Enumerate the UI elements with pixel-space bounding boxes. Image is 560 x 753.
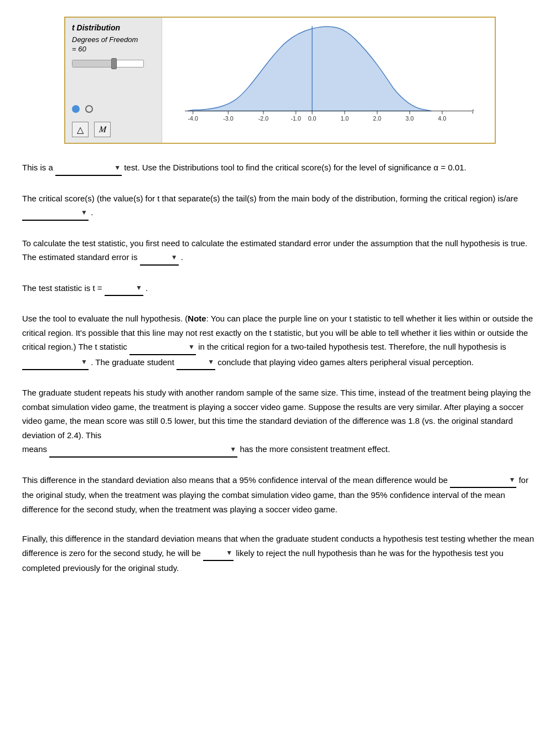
null-hypothesis-value xyxy=(22,355,48,370)
p6-means-before: means xyxy=(22,444,47,454)
slider-fill xyxy=(72,60,115,67)
likely-arrow: ▼ xyxy=(226,547,232,558)
svg-text:-4.0: -4.0 xyxy=(188,115,198,122)
svg-text:0.0: 0.0 xyxy=(308,115,317,122)
svg-text:4.0: 4.0 xyxy=(438,115,447,122)
std-error-dropdown[interactable]: ▼ xyxy=(140,250,179,266)
p3-before: To calculate the test statistic, you fir… xyxy=(22,238,527,262)
p6-text: The graduate student repeats his study w… xyxy=(22,388,531,440)
triangle-icon-btn[interactable]: △ xyxy=(72,122,89,137)
slider-track[interactable] xyxy=(72,60,144,67)
t-stat-region-dropdown[interactable]: ▼ xyxy=(129,340,196,355)
p6-means-after: has the more consistent treatment effect… xyxy=(240,444,390,454)
t-stat-region-value xyxy=(129,340,146,354)
p1-middle: test. Use the Distributions tool to find… xyxy=(124,163,466,172)
chart-icon-buttons: △ 𝑀 xyxy=(72,116,155,137)
content-area: This is a ▼ test. Use the Distributions … xyxy=(17,160,543,575)
null-hypothesis-arrow: ▼ xyxy=(81,356,87,367)
p5-note-bold: Note xyxy=(188,314,206,323)
radio-filled[interactable] xyxy=(72,105,80,113)
svg-text:1.0: 1.0 xyxy=(340,115,349,122)
chart-left-panel: t Distribution Degrees of Freedom= 60 △ … xyxy=(65,18,162,143)
paragraph-2: The critical score(s) (the value(s) for … xyxy=(22,191,538,221)
test-type-value xyxy=(55,160,71,175)
t-stat-region-arrow: ▼ xyxy=(188,341,195,352)
p2-before: The critical score(s) (the value(s) for … xyxy=(22,194,518,203)
paragraph-8: Finally, this difference in the standard… xyxy=(22,532,538,575)
likely-dropdown[interactable]: ▼ xyxy=(203,546,234,562)
chart-title: t Distribution xyxy=(72,23,155,32)
graduate-student-arrow: ▼ xyxy=(208,356,214,367)
critical-score-value xyxy=(22,205,38,220)
treatment-dropdown[interactable]: ▼ xyxy=(49,442,237,458)
null-hypothesis-dropdown[interactable]: ▼ xyxy=(22,355,89,371)
test-statistic-arrow: ▼ xyxy=(136,282,142,293)
std-error-value xyxy=(140,250,152,264)
svg-text:3.0: 3.0 xyxy=(406,115,414,122)
critical-score-dropdown[interactable]: ▼ xyxy=(22,205,89,221)
graduate-student-dropdown[interactable]: ▼ xyxy=(177,355,215,371)
slider-container[interactable] xyxy=(72,60,155,67)
slider-thumb[interactable] xyxy=(111,58,117,69)
chart-plot-area: -4.0 -3.0 -2.0 -1.0 0.0 1.0 2.0 3.0 4.0 … xyxy=(162,18,495,143)
paragraph-6: The graduate student repeats his study w… xyxy=(22,386,538,458)
svg-text:2.0: 2.0 xyxy=(373,115,381,122)
confidence-interval-arrow: ▼ xyxy=(509,474,515,485)
chart-icons-row xyxy=(72,100,155,113)
confidence-interval-value xyxy=(450,473,466,487)
p1-before: This is a xyxy=(22,163,53,172)
svg-text:t: t xyxy=(472,108,474,115)
paragraph-3: To calculate the test statistic, you fir… xyxy=(22,236,538,266)
graduate-student-value xyxy=(177,355,188,370)
test-type-dropdown[interactable]: ▼ xyxy=(55,160,122,176)
svg-text:-1.0: -1.0 xyxy=(291,115,301,122)
paragraph-5: Use the tool to evaluate the null hypoth… xyxy=(22,311,538,370)
radio-empty[interactable] xyxy=(85,105,93,113)
p4-before: The test statistic is t = xyxy=(22,283,102,293)
test-type-arrow: ▼ xyxy=(114,162,121,173)
test-statistic-dropdown[interactable]: ▼ xyxy=(105,281,143,297)
critical-score-arrow: ▼ xyxy=(81,207,87,218)
p3-after: . xyxy=(181,252,183,262)
p4-after: . xyxy=(146,283,148,293)
chart-svg: -4.0 -3.0 -2.0 -1.0 0.0 1.0 2.0 3.0 4.0 … xyxy=(168,23,489,126)
svg-text:-3.0: -3.0 xyxy=(223,115,234,122)
t-distribution-chart: t Distribution Degrees of Freedom= 60 △ … xyxy=(64,17,496,144)
treatment-arrow: ▼ xyxy=(230,444,236,455)
stat-icon-btn[interactable]: 𝑀 xyxy=(94,122,111,137)
p2-after: . xyxy=(91,207,93,217)
confidence-interval-dropdown[interactable]: ▼ xyxy=(450,473,516,489)
test-statistic-value xyxy=(105,281,116,295)
treatment-value xyxy=(49,442,107,456)
likely-value xyxy=(203,546,212,560)
std-error-arrow: ▼ xyxy=(171,252,178,263)
paragraph-1: This is a ▼ test. Use the Distributions … xyxy=(22,160,538,176)
chart-subtitle: Degrees of Freedom= 60 xyxy=(72,35,155,54)
paragraph-7: This difference in the standard deviatio… xyxy=(22,473,538,517)
p7-text: This difference in the standard deviatio… xyxy=(22,475,448,485)
svg-text:-2.0: -2.0 xyxy=(258,115,269,122)
paragraph-4: The test statistic is t = ▼ . xyxy=(22,281,538,297)
